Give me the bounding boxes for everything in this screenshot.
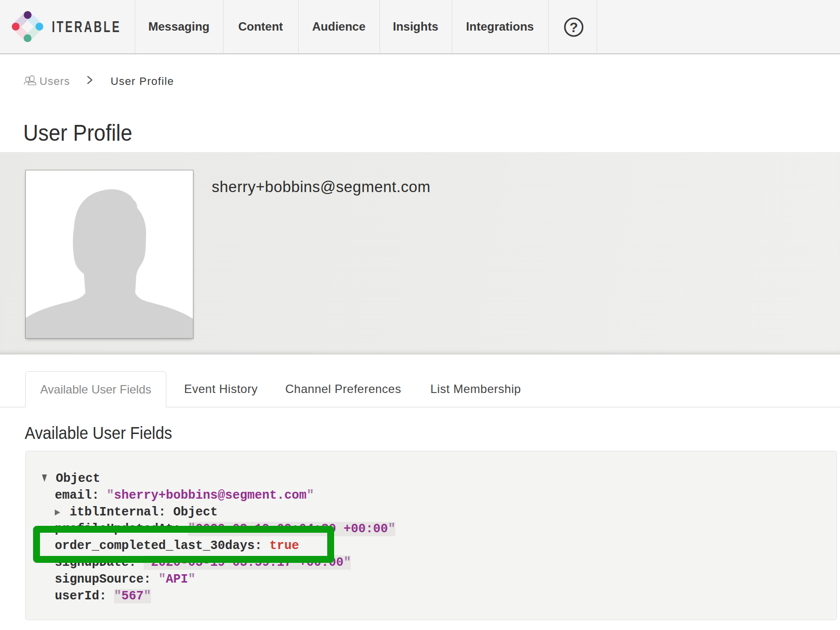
- svg-text:?: ?: [570, 20, 578, 35]
